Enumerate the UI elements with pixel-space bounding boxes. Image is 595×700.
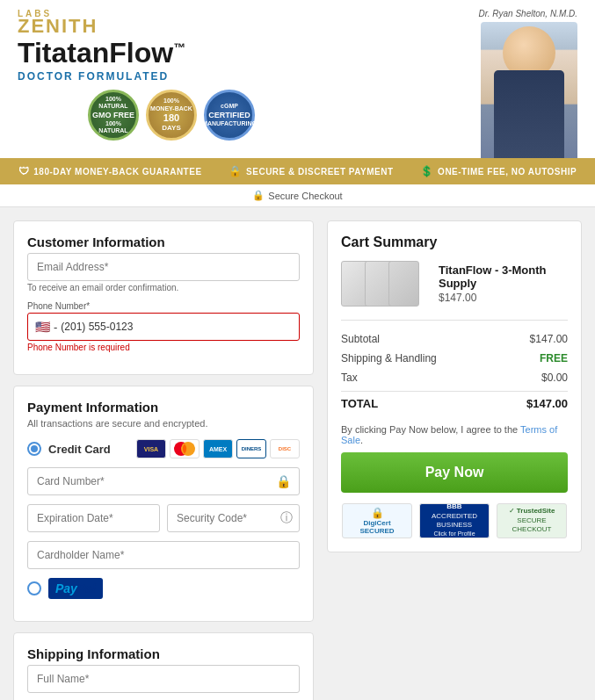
product-img-3: [388, 261, 419, 307]
diners-icon: DINERS: [236, 439, 266, 458]
header-left: LABS ZENITH TitatanFlow™ DOCTOR FORMULAT…: [18, 9, 470, 141]
right-column: Cart Summary TitanFlow - 3-Month Supply …: [327, 220, 582, 700]
shipping-title: Shipping Information: [27, 646, 300, 661]
guarantee-text-3: ONE-TIME FEE, NO AUTOSHIP: [438, 167, 577, 177]
trusted-site-badge: ✓ TrustedSiteSECURE CHECKOUT: [497, 503, 567, 538]
shipping-info-section: Shipping Information Country* United Sta…: [13, 632, 314, 700]
pay-now-button[interactable]: Pay Now: [341, 452, 568, 493]
product-row: TitanFlow - 3-Month Supply $147.00: [341, 261, 568, 307]
email-field-wrap: To receive an email order confirmation.: [27, 253, 300, 292]
tax-value: $0.00: [541, 372, 568, 384]
badge-container: 100%NATURALGMO FREE100%NATURAL 100%MONEY…: [88, 90, 470, 141]
subtotal-label: Subtotal: [341, 333, 380, 345]
info-icon[interactable]: ⓘ: [280, 510, 293, 526]
email-hint: To receive an email order confirmation.: [27, 283, 300, 292]
shipping-row: Shipping & Handling FREE: [341, 349, 568, 368]
total-label: TOTAL: [341, 397, 378, 410]
lock-icon-checkout: 🔒: [252, 190, 265, 201]
shipping-label: Shipping & Handling: [341, 352, 437, 364]
credit-card-option[interactable]: Credit Card VISA AMEX DINERS DISC: [27, 439, 300, 458]
order-summary: Subtotal $147.00 Shipping & Handling FRE…: [341, 320, 568, 414]
amex-icon: AMEX: [203, 439, 233, 458]
payment-info-section: Payment Information All transactions are…: [13, 386, 314, 622]
cgmp-badge: cGMPCERTIFIEDMANUFACTURING: [204, 90, 255, 141]
trust-badges: 🔒DigiCertSECURED BBBACCREDITEDBUSINESSCl…: [341, 503, 568, 538]
phone-dash: -: [54, 321, 57, 334]
cardholder-input[interactable]: [27, 541, 300, 569]
customer-info-title: Customer Information: [27, 235, 300, 249]
email-input[interactable]: [27, 253, 300, 281]
shipping-value: FREE: [540, 352, 568, 364]
phone-input[interactable]: [61, 317, 292, 336]
guarantee-item-2: 🔒 SECURE & DISCREET PAYMENT: [229, 165, 394, 177]
cardholder-field-wrap: [27, 541, 300, 569]
guarantee-badge: 100%MONEY-BACK180DAYS: [146, 90, 197, 141]
dollar-icon: 💲: [420, 165, 434, 177]
guarantee-text-1: 180-DAY MONEY-BACK GUARANTEE: [33, 167, 201, 177]
payment-title: Payment Information: [27, 400, 300, 415]
credit-card-label: Credit Card: [48, 443, 111, 456]
cart-title: Cart Summary: [341, 235, 568, 250]
secure-checkout-text: Secure Checkout: [268, 191, 342, 201]
gmo-free-badge: 100%NATURALGMO FREE100%NATURAL: [88, 90, 139, 141]
doctor-name: Dr. Ryan Shelton, N.M.D.: [479, 9, 577, 18]
trademark: ™: [173, 40, 185, 54]
secure-checkout-bar: 🔒 Secure Checkout: [0, 184, 595, 207]
titanflow-title: TitatanFlow™: [18, 38, 185, 69]
guarantee-text-2: SECURE & DISCREET PAYMENT: [246, 167, 394, 177]
zenith-wordmark: ZENITH: [18, 15, 470, 38]
subtotal-row: Subtotal $147.00: [341, 329, 568, 349]
phone-label: Phone Number*: [27, 301, 300, 311]
card-icons: VISA AMEX DINERS DISC: [136, 439, 300, 458]
lock-icon-bar: 🔒: [229, 165, 243, 177]
expiry-input[interactable]: [27, 504, 160, 532]
phone-flag: 🇺🇸: [35, 320, 50, 334]
paypal-radio[interactable]: [27, 581, 41, 595]
card-number-input[interactable]: [27, 467, 300, 495]
paypal-logo: PayPal: [48, 578, 103, 599]
digicert-badge: 🔒DigiCertSECURED: [342, 503, 412, 538]
product-info: TitanFlow - 3-Month Supply $147.00: [439, 263, 568, 304]
guarantee-item-1: 🛡 180-DAY MONEY-BACK GUARANTEE: [18, 165, 202, 177]
terms-text: By clicking Pay Now below, I agree to th…: [341, 424, 568, 445]
zenith-logo: LABS ZENITH: [18, 9, 470, 38]
full-name-field-wrap: [27, 665, 300, 693]
shield-icon-1: 🛡: [18, 165, 30, 177]
total-row: TOTAL $147.00: [341, 391, 568, 414]
left-column: Customer Information To receive an email…: [13, 220, 314, 700]
guarantee-bar: 🛡 180-DAY MONEY-BACK GUARANTEE 🔒 SECURE …: [0, 158, 595, 184]
total-value: $147.00: [526, 397, 568, 410]
discover-icon: DISC: [270, 439, 300, 458]
header: LABS ZENITH TitatanFlow™ DOCTOR FORMULAT…: [0, 0, 595, 158]
card-number-field-wrap: 🔒: [27, 467, 300, 495]
mastercard-icon: [170, 439, 200, 458]
cart-summary: Cart Summary TitanFlow - 3-Month Supply …: [327, 220, 582, 552]
full-name-input[interactable]: [27, 665, 300, 693]
paypal-option[interactable]: PayPal: [27, 578, 300, 599]
tax-label: Tax: [341, 372, 358, 384]
expiry-security-row: ⓘ: [27, 504, 300, 541]
security-field-wrap: ⓘ: [167, 504, 300, 532]
card-lock-icon: 🔒: [276, 474, 291, 488]
phone-field-wrap: Phone Number* 🇺🇸 - Phone Number is requi…: [27, 301, 300, 352]
subtotal-value: $147.00: [530, 333, 568, 345]
product-price: $147.00: [439, 292, 568, 304]
payment-subtitle: All transactions are secure and encrypte…: [27, 418, 300, 429]
main-content: Customer Information To receive an email…: [0, 207, 595, 700]
product-images: [341, 261, 419, 307]
phone-error: Phone Number is required: [27, 343, 300, 352]
terms-prefix: By clicking Pay Now below, I agree to th…: [341, 424, 518, 435]
guarantee-item-3: 💲 ONE-TIME FEE, NO AUTOSHIP: [420, 165, 577, 177]
doctor-formulated: DOCTOR FORMULATED: [18, 70, 185, 83]
product-name: TitanFlow - 3-Month Supply: [439, 263, 568, 290]
tax-row: Tax $0.00: [341, 368, 568, 387]
phone-input-container[interactable]: 🇺🇸 -: [27, 313, 300, 341]
visa-icon: VISA: [136, 439, 166, 458]
expiry-field-wrap: [27, 504, 160, 532]
customer-info-section: Customer Information To receive an email…: [13, 220, 314, 375]
credit-card-radio[interactable]: [27, 442, 41, 456]
doctor-image: [481, 22, 577, 158]
bbb-badge[interactable]: BBBACCREDITEDBUSINESSClick for Profile: [419, 503, 490, 538]
